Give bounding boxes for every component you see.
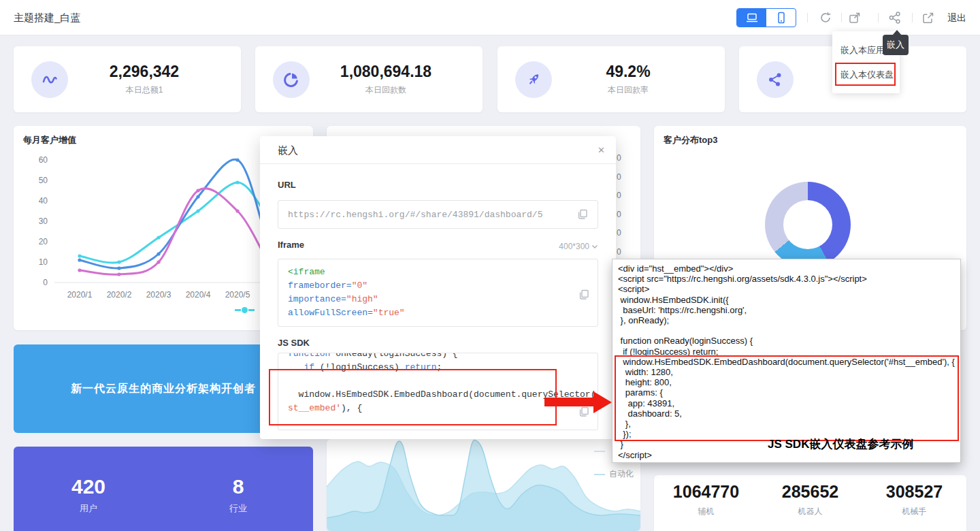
stat-value: 420 bbox=[14, 475, 163, 498]
svg-text:2020/2: 2020/2 bbox=[107, 290, 132, 300]
share-out-icon bbox=[921, 12, 934, 25]
iframe-label: Iframe bbox=[278, 240, 304, 250]
embed-tooltip: 嵌入 bbox=[883, 35, 909, 55]
dashboard-app: 主题搭建_白蓝 bbox=[0, 0, 980, 531]
stat-value: 1,080,694.18 bbox=[310, 63, 462, 81]
fullscreen-button[interactable] bbox=[846, 10, 862, 26]
svg-text:50: 50 bbox=[39, 176, 48, 185]
code-line: allowFullScreen="true" bbox=[288, 306, 588, 320]
code-line: window.HsEmbedSDK.init({ bbox=[618, 295, 955, 305]
code-line: baseUrl: 'https://rc.hengshi.org', bbox=[618, 305, 955, 315]
refresh-button[interactable] bbox=[817, 10, 834, 26]
share-nodes-icon bbox=[757, 61, 794, 98]
chart-title: 客户分布top3 bbox=[664, 134, 717, 146]
svg-text:60: 60 bbox=[39, 155, 48, 165]
code-line: if (!loginSuccess) return; bbox=[288, 361, 588, 374]
iframe-size-select[interactable]: 400*300 bbox=[559, 242, 598, 251]
desktop-view-button[interactable] bbox=[737, 9, 766, 27]
code-line: frameborder="0" bbox=[288, 279, 588, 293]
br-stat: 285652 机器人 bbox=[758, 475, 862, 531]
code-line: <iframe bbox=[288, 266, 588, 279]
chevron-down-icon bbox=[591, 244, 598, 249]
laptop-icon bbox=[746, 12, 758, 23]
open-in-new-icon bbox=[848, 12, 861, 25]
topbar: 主题搭建_白蓝 bbox=[0, 0, 980, 35]
stat-label: 机器人 bbox=[758, 506, 862, 517]
stat-label: 机械手 bbox=[862, 506, 966, 517]
url-label: URL bbox=[278, 180, 296, 190]
stat-value: 8 bbox=[163, 475, 313, 498]
purple-stats-card: 420 用户 8 行业 bbox=[14, 447, 313, 531]
divider bbox=[878, 13, 879, 22]
donut-hole bbox=[783, 200, 832, 249]
exit-button[interactable]: 退出 bbox=[947, 0, 966, 35]
url-input[interactable]: https://rc.hengshi.org/#/share/43891/das… bbox=[278, 200, 598, 229]
refresh-icon bbox=[819, 12, 832, 24]
rocket-icon bbox=[515, 61, 552, 98]
device-toggle bbox=[736, 8, 796, 27]
code-line: </script> bbox=[618, 450, 955, 460]
svg-text:30: 30 bbox=[39, 216, 48, 226]
legend-item: 自动化 bbox=[594, 468, 634, 480]
bottom-right-stats-card: 1064770 辅机 285652 机器人 308527 机械手 bbox=[654, 475, 966, 531]
stat-value: 308527 bbox=[862, 482, 966, 502]
stat-value: 1064770 bbox=[654, 482, 758, 502]
copy-icon[interactable] bbox=[578, 209, 588, 220]
code-line: st__embed'), { bbox=[288, 402, 588, 415]
svg-text:20: 20 bbox=[39, 237, 48, 246]
stat-label: 辅机 bbox=[654, 506, 758, 517]
purple-stat: 420 用户 bbox=[14, 447, 163, 531]
stat-value: 49.2% bbox=[552, 63, 704, 81]
legend-item bbox=[594, 451, 609, 452]
sdk-code-panel: <div id="hst__embed"></div><script src="… bbox=[612, 259, 961, 463]
stat-label: 本日回款数 bbox=[310, 84, 462, 96]
pie-icon bbox=[273, 61, 310, 98]
svg-text:2020/5: 2020/5 bbox=[225, 290, 250, 300]
svg-text:0: 0 bbox=[43, 278, 48, 287]
axis-tick: 0 bbox=[617, 154, 621, 162]
axis-tick: 0 bbox=[617, 210, 621, 219]
br-stat: 1064770 辅机 bbox=[654, 475, 758, 531]
area-chart-card: 自动化 bbox=[327, 439, 640, 531]
tooltip-caret bbox=[892, 30, 902, 35]
stat-card-payback: 1,080,694.18 本日回款数 bbox=[255, 46, 483, 112]
stat-label: 本日总额1 bbox=[68, 84, 220, 96]
page-title: 主题搭建_白蓝 bbox=[14, 0, 80, 35]
code-line: <div id="hst__embed"></div> bbox=[618, 263, 955, 274]
share-graph-icon bbox=[888, 11, 902, 25]
stat-value: 2,296,342 bbox=[68, 63, 220, 81]
code-line: function onReady(loginSuccess) { bbox=[288, 353, 588, 361]
embed-share-button[interactable] bbox=[887, 10, 903, 26]
code-line bbox=[288, 374, 588, 388]
menu-item-embed-dashboard[interactable]: 嵌入本仪表盘 bbox=[832, 63, 900, 87]
export-button[interactable] bbox=[919, 10, 936, 26]
jssdk-label: JS SDK bbox=[278, 338, 310, 348]
iframe-code-box[interactable]: <iframeframeborder="0"importance="high"a… bbox=[278, 259, 598, 327]
url-value: https://rc.hengshi.org/#/share/43891/das… bbox=[288, 210, 578, 220]
svg-text:2020/1: 2020/1 bbox=[67, 290, 93, 300]
mobile-view-button[interactable] bbox=[766, 9, 796, 27]
stat-card-total: 2,296,342 本日总额1 bbox=[14, 46, 241, 112]
slogan-text: 新一代云原生的商业分析架构开创者 bbox=[71, 382, 256, 396]
code-line: <script> bbox=[618, 284, 955, 294]
purple-stat: 8 行业 bbox=[163, 447, 313, 531]
tooltip-text: 嵌入 bbox=[887, 39, 904, 50]
stat-label: 用户 bbox=[14, 502, 163, 515]
code-line: }, onReady); bbox=[618, 315, 955, 325]
wave-icon bbox=[31, 61, 68, 98]
code-line: window.HsEmbedSDK.EmbedDashboard(documen… bbox=[288, 388, 588, 402]
divider bbox=[841, 13, 842, 22]
copy-icon[interactable] bbox=[579, 289, 589, 300]
code-line: <script src="https://rc.hengshi.org/asse… bbox=[618, 274, 955, 284]
br-stat: 308527 机械手 bbox=[862, 475, 966, 531]
close-icon[interactable]: ✕ bbox=[598, 136, 605, 164]
axis-tick: 0 bbox=[617, 191, 621, 199]
legend-marker bbox=[235, 307, 255, 313]
highlight-box bbox=[615, 355, 959, 441]
legend-label: 自动化 bbox=[609, 468, 634, 480]
stat-value: 285652 bbox=[758, 482, 862, 502]
stat-label: 本日回款率 bbox=[552, 84, 704, 96]
stat-card-rate: 49.2% 本日回款率 bbox=[497, 46, 725, 112]
modal-header: 嵌入 ✕ bbox=[260, 136, 616, 164]
svg-text:40: 40 bbox=[39, 196, 48, 206]
